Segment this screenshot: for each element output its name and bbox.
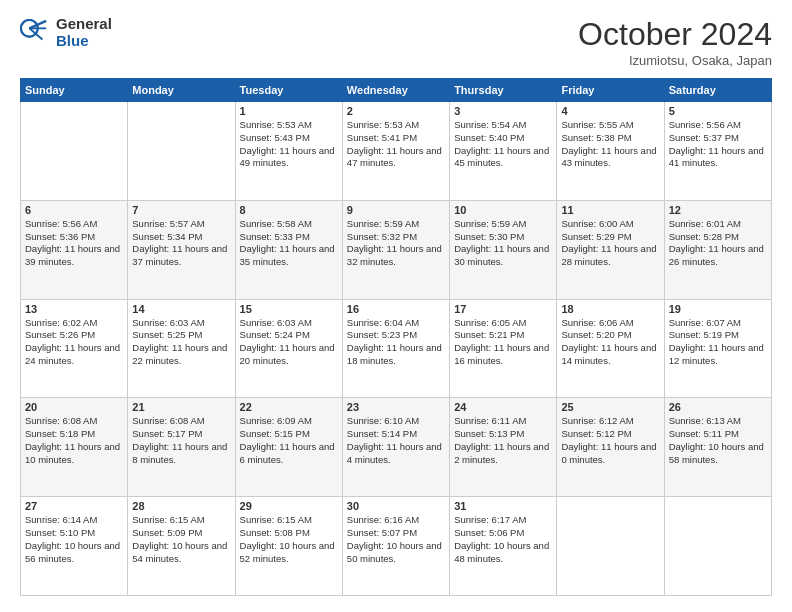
day-number: 29 bbox=[240, 500, 338, 512]
col-thursday: Thursday bbox=[450, 79, 557, 102]
day-number: 6 bbox=[25, 204, 123, 216]
week-row-1: 1Sunrise: 5:53 AMSunset: 5:43 PMDaylight… bbox=[21, 102, 772, 201]
day-number: 4 bbox=[561, 105, 659, 117]
cell-w3-d0: 13Sunrise: 6:02 AMSunset: 5:26 PMDayligh… bbox=[21, 299, 128, 398]
cell-w1-d4: 3Sunrise: 5:54 AMSunset: 5:40 PMDaylight… bbox=[450, 102, 557, 201]
location: Izumiotsu, Osaka, Japan bbox=[578, 53, 772, 68]
cell-w3-d3: 16Sunrise: 6:04 AMSunset: 5:23 PMDayligh… bbox=[342, 299, 449, 398]
day-number: 30 bbox=[347, 500, 445, 512]
day-info: Sunrise: 6:08 AMSunset: 5:17 PMDaylight:… bbox=[132, 415, 230, 466]
cell-w5-d4: 31Sunrise: 6:17 AMSunset: 5:06 PMDayligh… bbox=[450, 497, 557, 596]
day-number: 12 bbox=[669, 204, 767, 216]
cell-w5-d6 bbox=[664, 497, 771, 596]
day-info: Sunrise: 6:16 AMSunset: 5:07 PMDaylight:… bbox=[347, 514, 445, 565]
day-number: 16 bbox=[347, 303, 445, 315]
cell-w2-d2: 8Sunrise: 5:58 AMSunset: 5:33 PMDaylight… bbox=[235, 200, 342, 299]
day-info: Sunrise: 6:17 AMSunset: 5:06 PMDaylight:… bbox=[454, 514, 552, 565]
header-row: Sunday Monday Tuesday Wednesday Thursday… bbox=[21, 79, 772, 102]
day-number: 19 bbox=[669, 303, 767, 315]
day-info: Sunrise: 6:14 AMSunset: 5:10 PMDaylight:… bbox=[25, 514, 123, 565]
cell-w1-d1 bbox=[128, 102, 235, 201]
month-title: October 2024 bbox=[578, 16, 772, 53]
day-number: 23 bbox=[347, 401, 445, 413]
cell-w5-d1: 28Sunrise: 6:15 AMSunset: 5:09 PMDayligh… bbox=[128, 497, 235, 596]
day-info: Sunrise: 5:53 AMSunset: 5:41 PMDaylight:… bbox=[347, 119, 445, 170]
day-number: 14 bbox=[132, 303, 230, 315]
col-wednesday: Wednesday bbox=[342, 79, 449, 102]
logo-text: General Blue bbox=[56, 16, 112, 49]
day-number: 25 bbox=[561, 401, 659, 413]
day-number: 28 bbox=[132, 500, 230, 512]
day-info: Sunrise: 6:08 AMSunset: 5:18 PMDaylight:… bbox=[25, 415, 123, 466]
header: General Blue October 2024 Izumiotsu, Osa… bbox=[20, 16, 772, 68]
day-info: Sunrise: 5:53 AMSunset: 5:43 PMDaylight:… bbox=[240, 119, 338, 170]
week-row-3: 13Sunrise: 6:02 AMSunset: 5:26 PMDayligh… bbox=[21, 299, 772, 398]
logo-blue-text: Blue bbox=[56, 33, 112, 50]
day-info: Sunrise: 5:59 AMSunset: 5:30 PMDaylight:… bbox=[454, 218, 552, 269]
day-number: 13 bbox=[25, 303, 123, 315]
cell-w3-d5: 18Sunrise: 6:06 AMSunset: 5:20 PMDayligh… bbox=[557, 299, 664, 398]
day-info: Sunrise: 5:57 AMSunset: 5:34 PMDaylight:… bbox=[132, 218, 230, 269]
day-info: Sunrise: 6:05 AMSunset: 5:21 PMDaylight:… bbox=[454, 317, 552, 368]
day-number: 5 bbox=[669, 105, 767, 117]
day-number: 27 bbox=[25, 500, 123, 512]
logo-icon bbox=[20, 19, 48, 47]
week-row-2: 6Sunrise: 5:56 AMSunset: 5:36 PMDaylight… bbox=[21, 200, 772, 299]
day-info: Sunrise: 5:54 AMSunset: 5:40 PMDaylight:… bbox=[454, 119, 552, 170]
day-number: 24 bbox=[454, 401, 552, 413]
day-info: Sunrise: 6:01 AMSunset: 5:28 PMDaylight:… bbox=[669, 218, 767, 269]
day-info: Sunrise: 6:00 AMSunset: 5:29 PMDaylight:… bbox=[561, 218, 659, 269]
cell-w2-d6: 12Sunrise: 6:01 AMSunset: 5:28 PMDayligh… bbox=[664, 200, 771, 299]
day-info: Sunrise: 5:55 AMSunset: 5:38 PMDaylight:… bbox=[561, 119, 659, 170]
day-info: Sunrise: 6:15 AMSunset: 5:09 PMDaylight:… bbox=[132, 514, 230, 565]
day-number: 31 bbox=[454, 500, 552, 512]
day-number: 7 bbox=[132, 204, 230, 216]
cell-w1-d6: 5Sunrise: 5:56 AMSunset: 5:37 PMDaylight… bbox=[664, 102, 771, 201]
cell-w4-d3: 23Sunrise: 6:10 AMSunset: 5:14 PMDayligh… bbox=[342, 398, 449, 497]
day-info: Sunrise: 6:10 AMSunset: 5:14 PMDaylight:… bbox=[347, 415, 445, 466]
day-number: 9 bbox=[347, 204, 445, 216]
day-number: 22 bbox=[240, 401, 338, 413]
day-info: Sunrise: 6:11 AMSunset: 5:13 PMDaylight:… bbox=[454, 415, 552, 466]
cell-w5-d3: 30Sunrise: 6:16 AMSunset: 5:07 PMDayligh… bbox=[342, 497, 449, 596]
cell-w1-d2: 1Sunrise: 5:53 AMSunset: 5:43 PMDaylight… bbox=[235, 102, 342, 201]
day-info: Sunrise: 6:02 AMSunset: 5:26 PMDaylight:… bbox=[25, 317, 123, 368]
calendar-body: 1Sunrise: 5:53 AMSunset: 5:43 PMDaylight… bbox=[21, 102, 772, 596]
cell-w5-d2: 29Sunrise: 6:15 AMSunset: 5:08 PMDayligh… bbox=[235, 497, 342, 596]
logo-general-text: General bbox=[56, 16, 112, 33]
day-number: 2 bbox=[347, 105, 445, 117]
day-number: 3 bbox=[454, 105, 552, 117]
day-number: 8 bbox=[240, 204, 338, 216]
day-number: 1 bbox=[240, 105, 338, 117]
cell-w5-d0: 27Sunrise: 6:14 AMSunset: 5:10 PMDayligh… bbox=[21, 497, 128, 596]
day-info: Sunrise: 6:03 AMSunset: 5:24 PMDaylight:… bbox=[240, 317, 338, 368]
col-saturday: Saturday bbox=[664, 79, 771, 102]
day-info: Sunrise: 6:12 AMSunset: 5:12 PMDaylight:… bbox=[561, 415, 659, 466]
calendar-table: Sunday Monday Tuesday Wednesday Thursday… bbox=[20, 78, 772, 596]
cell-w5-d5 bbox=[557, 497, 664, 596]
cell-w4-d4: 24Sunrise: 6:11 AMSunset: 5:13 PMDayligh… bbox=[450, 398, 557, 497]
day-number: 10 bbox=[454, 204, 552, 216]
day-info: Sunrise: 6:15 AMSunset: 5:08 PMDaylight:… bbox=[240, 514, 338, 565]
cell-w1-d3: 2Sunrise: 5:53 AMSunset: 5:41 PMDaylight… bbox=[342, 102, 449, 201]
col-sunday: Sunday bbox=[21, 79, 128, 102]
cell-w1-d5: 4Sunrise: 5:55 AMSunset: 5:38 PMDaylight… bbox=[557, 102, 664, 201]
day-number: 15 bbox=[240, 303, 338, 315]
cell-w4-d0: 20Sunrise: 6:08 AMSunset: 5:18 PMDayligh… bbox=[21, 398, 128, 497]
day-number: 11 bbox=[561, 204, 659, 216]
cell-w2-d5: 11Sunrise: 6:00 AMSunset: 5:29 PMDayligh… bbox=[557, 200, 664, 299]
day-info: Sunrise: 6:03 AMSunset: 5:25 PMDaylight:… bbox=[132, 317, 230, 368]
title-block: October 2024 Izumiotsu, Osaka, Japan bbox=[578, 16, 772, 68]
cell-w2-d0: 6Sunrise: 5:56 AMSunset: 5:36 PMDaylight… bbox=[21, 200, 128, 299]
day-info: Sunrise: 6:06 AMSunset: 5:20 PMDaylight:… bbox=[561, 317, 659, 368]
day-info: Sunrise: 6:07 AMSunset: 5:19 PMDaylight:… bbox=[669, 317, 767, 368]
cell-w3-d6: 19Sunrise: 6:07 AMSunset: 5:19 PMDayligh… bbox=[664, 299, 771, 398]
cell-w4-d2: 22Sunrise: 6:09 AMSunset: 5:15 PMDayligh… bbox=[235, 398, 342, 497]
cell-w4-d6: 26Sunrise: 6:13 AMSunset: 5:11 PMDayligh… bbox=[664, 398, 771, 497]
cell-w2-d4: 10Sunrise: 5:59 AMSunset: 5:30 PMDayligh… bbox=[450, 200, 557, 299]
day-number: 17 bbox=[454, 303, 552, 315]
col-tuesday: Tuesday bbox=[235, 79, 342, 102]
cell-w2-d1: 7Sunrise: 5:57 AMSunset: 5:34 PMDaylight… bbox=[128, 200, 235, 299]
day-info: Sunrise: 5:58 AMSunset: 5:33 PMDaylight:… bbox=[240, 218, 338, 269]
page: General Blue October 2024 Izumiotsu, Osa… bbox=[0, 0, 792, 612]
